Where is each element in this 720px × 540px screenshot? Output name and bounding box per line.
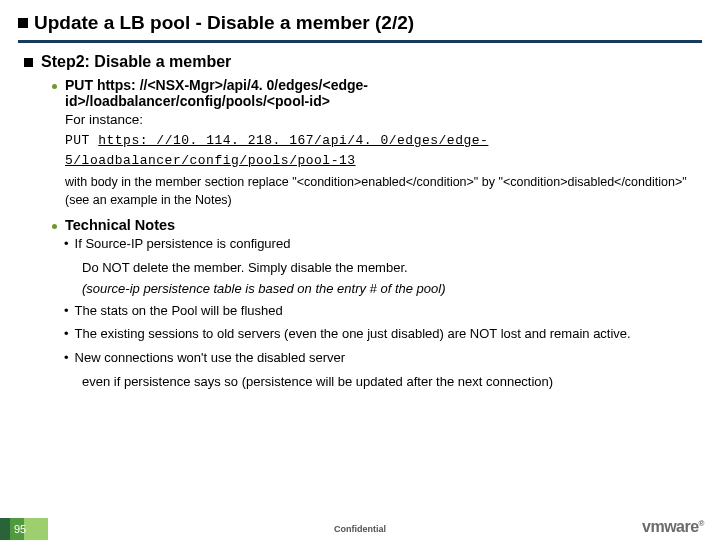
code-prefix: PUT [65, 133, 98, 148]
slide-footer: 95 Confidential vmware® [0, 512, 720, 540]
list-item: • The existing sessions to old servers (… [64, 325, 702, 343]
example-code-block: PUT https: //10. 114. 218. 167/api/4. 0/… [65, 131, 702, 170]
bullet-icon: • [64, 349, 69, 367]
bullet-dot-icon [52, 84, 57, 89]
square-bullet-icon [18, 18, 28, 28]
bullet-icon: • [64, 325, 69, 343]
slide-title: Update a LB pool - Disable a member (2/2… [34, 12, 414, 34]
tech-item-4: New connections won't use the disabled s… [75, 349, 346, 367]
title-row: Update a LB pool - Disable a member (2/2… [18, 12, 702, 43]
bullet-icon: • [64, 302, 69, 320]
slide: Update a LB pool - Disable a member (2/2… [0, 0, 720, 540]
put-endpoint-block: PUT https: //<NSX-Mgr>/api/4. 0/edges/<e… [52, 77, 702, 109]
tech-item-1-sub-2: (source-ip persistence table is based on… [82, 280, 702, 298]
tech-item-2: The stats on the Pool will be flushed [75, 302, 283, 320]
tech-item-4-sub: even if persistence says so (persistence… [82, 373, 702, 391]
tech-item-1: If Source-IP persistence is configured [75, 235, 291, 253]
confidential-label: Confidential [0, 524, 720, 534]
vmware-logo: vmware® [642, 518, 704, 536]
page-number: 95 [14, 523, 26, 535]
logo-text: vmware [642, 518, 699, 535]
step-heading-row: Step2: Disable a member [24, 53, 702, 71]
put-line-1: PUT https: //<NSX-Mgr>/api/4. 0/edges/<e… [65, 77, 368, 93]
square-bullet-icon [24, 58, 33, 67]
step-heading: Step2: Disable a member [41, 53, 231, 71]
for-instance-label: For instance: [65, 111, 702, 129]
put-line-2: id>/loadbalancer/config/pools/<pool-id> [65, 93, 330, 109]
list-item: • The stats on the Pool will be flushed [64, 302, 702, 320]
code-line-1: https: //10. 114. 218. 167/api/4. 0/edge… [98, 133, 488, 148]
code-line-2: 5/loadbalancer/config/pools/pool-13 [65, 153, 356, 168]
technical-notes-heading-row: Technical Notes [52, 217, 702, 233]
bullet-dot-icon [52, 224, 57, 229]
list-item: • New connections won't use the disabled… [64, 349, 702, 367]
bullet-icon: • [64, 235, 69, 253]
tech-item-1-sub-1: Do NOT delete the member. Simply disable… [82, 259, 702, 277]
body-note: with body in the member section replace … [65, 174, 702, 209]
technical-notes-heading: Technical Notes [65, 217, 175, 233]
technical-notes-list: • If Source-IP persistence is configured [64, 235, 702, 253]
tech-item-3: The existing sessions to old servers (ev… [75, 325, 631, 343]
list-item: • If Source-IP persistence is configured [64, 235, 702, 253]
